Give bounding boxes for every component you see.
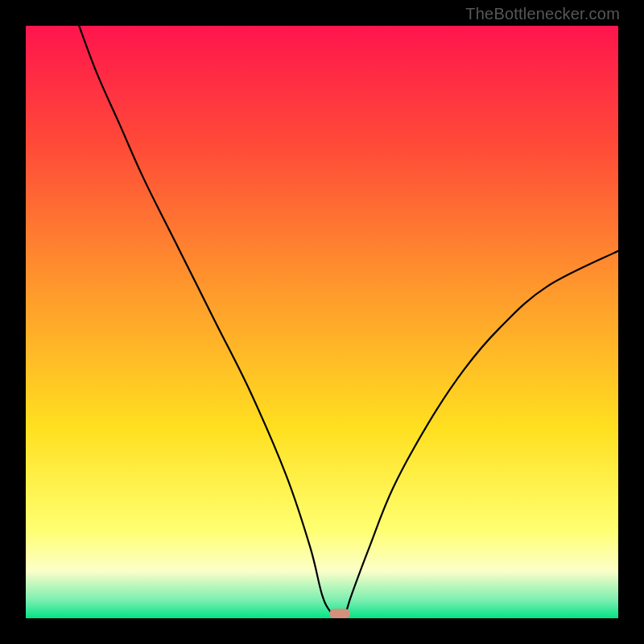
attribution-label: TheBottlenecker.com [465, 5, 620, 23]
plot-area [26, 26, 618, 618]
svg-rect-0 [26, 26, 618, 618]
chart-frame: TheBottlenecker.com [0, 0, 644, 644]
background-gradient [26, 26, 618, 618]
